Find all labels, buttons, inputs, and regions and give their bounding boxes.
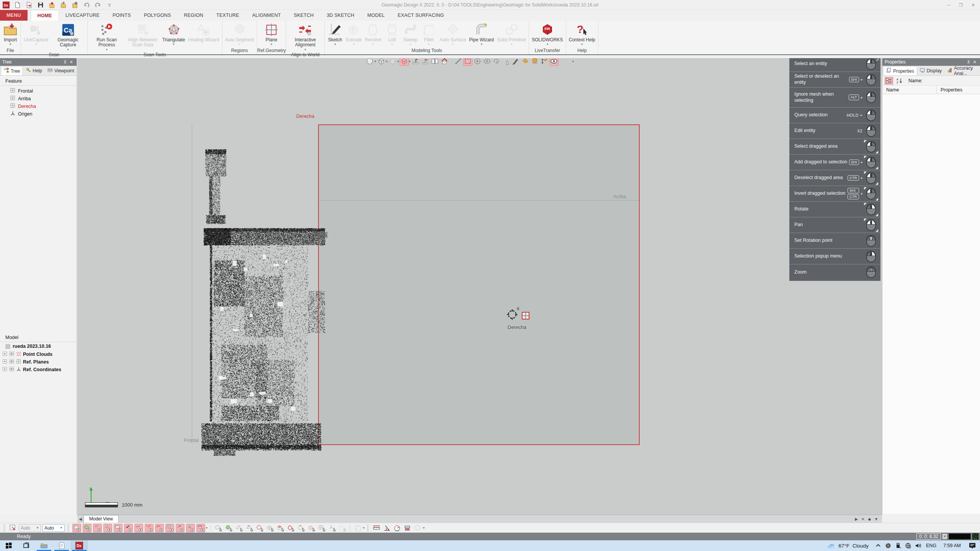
- plane-button[interactable]: Plane▾: [263, 21, 280, 46]
- filter-face-button[interactable]: [276, 524, 285, 532]
- tab-sketch[interactable]: SKETCH: [287, 10, 320, 21]
- start-taskbar-button[interactable]: [0, 540, 18, 551]
- filter-edge-button[interactable]: [286, 524, 295, 532]
- notification-center-button[interactable]: [965, 543, 980, 549]
- clipboard-export-icon[interactable]: [60, 1, 67, 9]
- circle-select-button[interactable]: [473, 58, 482, 66]
- feature-item-derecha[interactable]: Derecha: [0, 103, 77, 110]
- open-doc-icon[interactable]: [25, 1, 33, 9]
- tab-3d-sketch[interactable]: 3D SKETCH: [320, 10, 361, 21]
- model-item-ref-planes[interactable]: Ref. Planes: [0, 358, 77, 366]
- timer-dropdown[interactable]: ▼: [942, 534, 947, 539]
- polyline-visible-toggle[interactable]: [155, 524, 164, 532]
- measure-radius-button[interactable]: [393, 524, 402, 532]
- undo-icon[interactable]: [83, 1, 90, 9]
- region-visible-toggle[interactable]: [83, 524, 91, 532]
- flood-fill-select-button[interactable]: [521, 58, 530, 66]
- close-button[interactable]: ✕: [969, 1, 978, 9]
- filter-plane-button[interactable]: [235, 524, 243, 532]
- pour-select-button[interactable]: [530, 58, 539, 66]
- properties-table-body[interactable]: [882, 94, 980, 514]
- vector-visible-toggle[interactable]: [176, 524, 185, 532]
- close-icon[interactable]: ✕: [68, 58, 74, 66]
- tab-strip-control-2[interactable]: ◆: [868, 517, 871, 521]
- extend-select-button[interactable]: [540, 58, 549, 66]
- filter-grid-button[interactable]: [317, 524, 326, 532]
- clipboard-capture-icon[interactable]: [71, 1, 79, 9]
- tab-points[interactable]: POINTS: [106, 10, 137, 21]
- expand-icon[interactable]: [2, 351, 8, 358]
- new-doc-icon[interactable]: [14, 1, 21, 9]
- tray-usb-icon[interactable]: [893, 543, 903, 549]
- tab-texture[interactable]: TEXTURE: [210, 10, 246, 21]
- dx-app-taskbar-button[interactable]: Dx: [70, 540, 88, 551]
- properties-tab-properties[interactable]: Properties: [883, 66, 917, 75]
- weather-widget[interactable]: 67°F Cloudy: [822, 543, 873, 549]
- feature-item-arriba[interactable]: Arriba: [0, 95, 77, 103]
- paint-brush-select-button[interactable]: [511, 58, 520, 66]
- tab-scroll-left[interactable]: ◀: [77, 517, 83, 521]
- dropdown-caret-icon[interactable]: ▾: [409, 60, 410, 63]
- solidworks-button[interactable]: SWSOLIDWORKS▾: [531, 21, 564, 46]
- tray-chevron-icon[interactable]: [873, 543, 883, 549]
- dropdown-caret-icon[interactable]: ▾: [397, 60, 399, 63]
- tray-globe-icon[interactable]: [903, 543, 913, 549]
- interactive-alignment-button[interactable]: Interactive Alignment▾: [287, 21, 323, 51]
- viewport-3d[interactable]: Derecha Arriba Frontal ± Derecha ▾▾▾▾▾: [77, 58, 882, 515]
- filter-region-button[interactable]: [224, 524, 233, 532]
- tab-menu[interactable]: MENU: [0, 10, 28, 21]
- measure-angle-button[interactable]: [382, 524, 391, 532]
- measure-length-button[interactable]: [372, 524, 381, 532]
- filter-surface-button[interactable]: [307, 524, 316, 532]
- tab-region[interactable]: REGION: [178, 10, 210, 21]
- shaded-view-button[interactable]: [365, 58, 374, 66]
- split-view-button[interactable]: [430, 58, 439, 66]
- clipboard-import-icon[interactable]: [48, 1, 56, 9]
- coordinate-visible-toggle[interactable]: [186, 524, 195, 532]
- tab-strip-control-3[interactable]: ▼: [874, 517, 878, 521]
- tab-model-view[interactable]: Model View: [83, 515, 119, 523]
- tab-polygons[interactable]: POLYGONS: [137, 10, 178, 21]
- eye-icon[interactable]: [9, 359, 15, 365]
- redo-icon[interactable]: [94, 1, 102, 9]
- tab-livecapture[interactable]: LIVECAPTURE: [59, 10, 106, 21]
- tab-exact-surfacing[interactable]: EXACT SURFACING: [391, 10, 451, 21]
- maximize-button[interactable]: ❐: [956, 1, 965, 9]
- language-indicator[interactable]: ENG: [923, 543, 939, 548]
- tree-tab-tree[interactable]: Tree: [1, 66, 23, 75]
- mesh-visible-toggle[interactable]: [103, 524, 112, 532]
- sketch-visible-toggle[interactable]: [124, 524, 133, 532]
- dx-logo-icon[interactable]: Dx: [2, 1, 10, 9]
- freeform-select-button[interactable]: [492, 58, 501, 66]
- drag-select-mode-button[interactable]: [8, 524, 17, 532]
- section-right-button[interactable]: [421, 58, 430, 66]
- tree-tab-viewpoint[interactable]: Viewpoint: [45, 66, 77, 75]
- line-select-button[interactable]: [454, 58, 463, 66]
- auto-dropdown-2[interactable]: Auto▼: [42, 524, 65, 532]
- file-explorer-taskbar-button[interactable]: [35, 540, 53, 551]
- expand-icon[interactable]: [2, 359, 8, 365]
- properties-tab-accuracy-anal-[interactable]: Accuracy Anal...: [944, 66, 980, 75]
- eye-icon[interactable]: [9, 351, 15, 358]
- measure-thickness-button[interactable]: [403, 524, 412, 532]
- point-visible-toggle[interactable]: [145, 524, 154, 532]
- tab-model[interactable]: MODEL: [361, 10, 391, 21]
- tree-tab-help[interactable]: Help: [23, 66, 45, 75]
- import-button[interactable]: Import▾: [2, 21, 19, 46]
- eye-icon[interactable]: [9, 367, 15, 373]
- filter-plane-point-button[interactable]: [245, 524, 254, 532]
- pin-icon[interactable]: ⊼: [62, 58, 68, 66]
- geomagic-capture-button[interactable]: CaGeomagic Capture▾: [51, 21, 86, 51]
- qat-more-icon[interactable]: [106, 1, 113, 9]
- model-item-point-clouds[interactable]: Point Clouds: [0, 350, 77, 358]
- tray-disc-icon[interactable]: [883, 543, 893, 549]
- dropdown-caret-icon[interactable]: ▾: [572, 60, 574, 63]
- sketch-button[interactable]: Sketch▾: [326, 21, 344, 46]
- body-visible-toggle[interactable]: [72, 524, 81, 532]
- measurement-visible-toggle[interactable]: [196, 524, 205, 532]
- tab-strip-control-1[interactable]: ✕: [861, 517, 864, 521]
- dropdown-caret-icon[interactable]: ▾: [206, 526, 207, 530]
- task-view-taskbar-button[interactable]: [18, 540, 35, 551]
- save-icon[interactable]: [37, 1, 44, 9]
- filter-coordinate-button[interactable]: [328, 524, 336, 532]
